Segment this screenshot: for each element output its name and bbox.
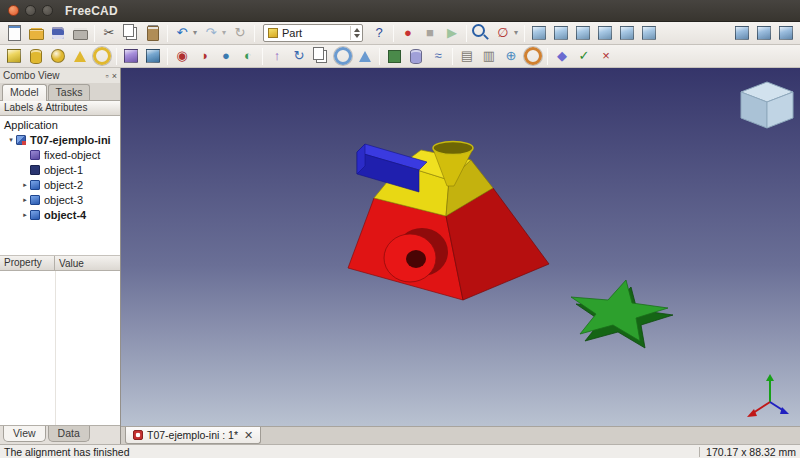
draw-style-icon[interactable]: ∅ (493, 23, 513, 43)
part-revolve-icon[interactable]: ↻ (289, 46, 309, 66)
object-icon (30, 165, 40, 175)
close-panel-icon[interactable]: × (112, 71, 117, 81)
view-front-icon[interactable] (551, 23, 571, 43)
macro-stop-icon[interactable]: ■ (420, 23, 440, 43)
redo-icon[interactable]: ↷ (201, 23, 221, 43)
open-folder-icon[interactable] (26, 23, 46, 43)
part-fillet-icon[interactable] (333, 46, 353, 66)
maximize-button[interactable] (42, 5, 53, 16)
combo-view-title: Combo View (3, 70, 106, 81)
part-ruled-surface-icon[interactable] (384, 46, 404, 66)
draw-style-dropdown-icon[interactable]: ▾ (512, 23, 520, 43)
model-tree[interactable]: Application ▾ T07-ejemplo-ini fixed-obje… (0, 116, 120, 256)
navigation-cube[interactable] (741, 82, 793, 128)
undo-icon[interactable]: ↶ (172, 23, 192, 43)
combo-dropdown-arrows[interactable] (350, 26, 360, 40)
part-section-icon[interactable]: ▤ (457, 46, 477, 66)
document-tab-label: T07-ejemplo-ini : 1* (147, 429, 238, 441)
property-table-body[interactable] (0, 271, 120, 426)
copy-icon[interactable] (121, 23, 141, 43)
view-top-icon[interactable] (573, 23, 593, 43)
close-button[interactable] (8, 5, 19, 16)
part-cylinder-icon[interactable] (26, 46, 46, 66)
part-thickness-icon[interactable] (523, 46, 543, 66)
whats-this-icon[interactable]: ? (369, 23, 389, 43)
expand-arrow-icon[interactable]: ▾ (6, 136, 16, 144)
tree-item-object-1[interactable]: object-1 (0, 162, 120, 177)
part-cross-sections-icon[interactable]: ▥ (479, 46, 499, 66)
macro-play-icon[interactable]: ▶ (442, 23, 462, 43)
part-primitives-icon[interactable] (121, 46, 141, 66)
paste-icon[interactable] (143, 23, 163, 43)
axis-indicator (747, 374, 789, 417)
combo-view-panel: Combo View ▫ × Model Tasks Labels & Attr… (0, 68, 121, 444)
toolbar-separator (167, 25, 168, 42)
expand-arrow-icon[interactable]: ▸ (20, 196, 30, 204)
part-compound-icon[interactable]: ◆ (552, 46, 572, 66)
status-message: The alignment has finished (4, 446, 693, 458)
freecad-doc-icon (133, 430, 143, 440)
model-star[interactable] (571, 280, 673, 348)
view-bottom-icon[interactable] (639, 23, 659, 43)
view-extra-3-icon[interactable] (776, 23, 796, 43)
panel-header: Combo View ▫ × (0, 68, 120, 83)
part-extrude-icon[interactable]: ↑ (267, 46, 287, 66)
tree-item-application[interactable]: Application (0, 117, 120, 132)
part-box-icon[interactable] (4, 46, 24, 66)
print-icon[interactable] (70, 23, 90, 43)
expand-arrow-icon[interactable]: ▸ (20, 181, 30, 189)
part-cone-icon[interactable] (70, 46, 90, 66)
part-torus-icon[interactable] (92, 46, 112, 66)
window-title: FreeCAD (65, 4, 118, 18)
part-offset-icon[interactable]: ⊕ (501, 46, 521, 66)
labels-attributes-header: Labels & Attributes (0, 101, 120, 116)
float-panel-icon[interactable]: ▫ (106, 71, 109, 81)
part-loft-icon[interactable] (406, 46, 426, 66)
workbench-selected-label: Part (282, 27, 350, 39)
new-document-icon[interactable] (4, 23, 24, 43)
toolbar-separator (167, 48, 168, 65)
part-mirror-icon[interactable] (311, 46, 331, 66)
part-defeaturing-icon[interactable]: × (596, 46, 616, 66)
part-chamfer-icon[interactable] (355, 46, 375, 66)
macro-record-icon[interactable]: ● (398, 23, 418, 43)
tab-view[interactable]: View (3, 426, 46, 442)
view-rear-icon[interactable] (617, 23, 637, 43)
part-boolean-icon[interactable]: ◉ (172, 46, 192, 66)
redo-dropdown-icon[interactable]: ▾ (220, 23, 228, 43)
view-isometric-icon[interactable] (529, 23, 549, 43)
part-check-geometry-icon[interactable]: ✓ (574, 46, 594, 66)
part-intersection-icon[interactable]: ◐ (238, 46, 258, 66)
tree-item-object-3[interactable]: ▸ object-3 (0, 192, 120, 207)
view-extra-2-icon[interactable] (754, 23, 774, 43)
tab-tasks[interactable]: Tasks (48, 84, 91, 100)
document-tab[interactable]: T07-ejemplo-ini : 1* ✕ (125, 427, 261, 444)
cut-icon[interactable]: ✂ (99, 23, 119, 43)
view-extra-1-icon[interactable] (732, 23, 752, 43)
tree-item-object-4[interactable]: ▸ object-4 (0, 207, 120, 222)
minimize-button[interactable] (25, 5, 36, 16)
workbench-selector[interactable]: Part (263, 24, 363, 42)
fit-all-icon[interactable] (471, 23, 491, 43)
expand-arrow-icon[interactable]: ▸ (20, 211, 30, 219)
close-tab-icon[interactable]: ✕ (244, 430, 253, 440)
save-icon[interactable] (48, 23, 68, 43)
tab-data[interactable]: Data (48, 426, 90, 442)
property-column-header: Property (0, 256, 55, 270)
part-sphere-icon[interactable] (48, 46, 68, 66)
tree-item-fixed-object[interactable]: fixed-object (0, 147, 120, 162)
refresh-icon[interactable]: ↻ (230, 23, 250, 43)
undo-dropdown-icon[interactable]: ▾ (191, 23, 199, 43)
part-union-icon[interactable]: ● (216, 46, 236, 66)
mdi-tab-bar: T07-ejemplo-ini : 1* ✕ (121, 426, 800, 444)
tree-item-document[interactable]: ▾ T07-ejemplo-ini (0, 132, 120, 147)
3d-canvas[interactable] (121, 68, 800, 426)
view-right-icon[interactable] (595, 23, 615, 43)
part-sweep-icon[interactable]: ≈ (428, 46, 448, 66)
3d-viewport[interactable] (121, 68, 800, 426)
tab-model[interactable]: Model (2, 84, 47, 101)
part-shape-builder-icon[interactable] (143, 46, 163, 66)
value-column-header: Value (55, 258, 120, 269)
part-cut-icon[interactable]: ◑ (194, 46, 214, 66)
tree-item-object-2[interactable]: ▸ object-2 (0, 177, 120, 192)
